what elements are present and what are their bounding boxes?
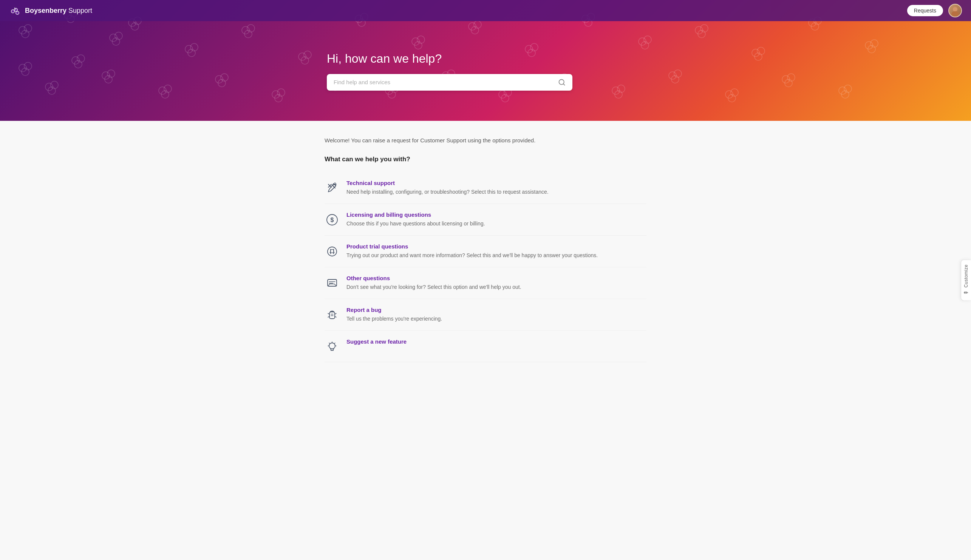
avatar-image (949, 5, 961, 17)
technical-support-title: Technical support (347, 180, 549, 186)
technical-support-text: Technical support Need help installing, … (347, 180, 549, 196)
report-bug-title: Report a bug (347, 307, 442, 313)
svg-point-3 (12, 10, 14, 13)
licensing-icon: $ (325, 212, 340, 227)
requests-button[interactable]: Requests (907, 5, 943, 16)
svg-point-8 (951, 11, 959, 17)
service-item-feature[interactable]: Suggest a new feature (325, 331, 646, 362)
suggest-feature-icon (325, 339, 340, 354)
licensing-desc: Choose this if you have questions about … (347, 220, 485, 228)
service-item-other[interactable]: Other questions Don't see what you're lo… (325, 267, 646, 299)
search-input[interactable] (334, 79, 558, 85)
svg-point-7 (953, 7, 958, 11)
header: Boysenberry Support Requests (0, 0, 971, 21)
avatar-placeholder (949, 4, 961, 17)
service-list: Technical support Need help installing, … (325, 172, 646, 362)
search-icon (558, 78, 566, 86)
main-content: Welcome! You can raise a request for Cus… (315, 121, 656, 392)
hero-title: Hi, how can we help? (327, 52, 584, 66)
service-item-bug[interactable]: Report a bug Tell us the problems you're… (325, 299, 646, 331)
service-item-licensing[interactable]: $ Licensing and billing questions Choose… (325, 204, 646, 236)
other-questions-text: Other questions Don't see what you're lo… (347, 275, 521, 291)
service-item-product-trial[interactable]: Product trial questions Trying out our p… (325, 236, 646, 267)
other-questions-title: Other questions (347, 275, 521, 281)
product-trial-text: Product trial questions Trying out our p… (347, 243, 598, 259)
avatar[interactable] (948, 4, 962, 17)
suggest-feature-title: Suggest a new feature (347, 338, 407, 345)
other-questions-desc: Don't see what you're looking for? Selec… (347, 283, 521, 291)
customize-pen-icon: ✏ (964, 290, 968, 296)
technical-support-icon (325, 180, 340, 196)
logo[interactable]: Boysenberry Support (9, 5, 92, 17)
product-trial-icon (325, 244, 340, 259)
customize-tab[interactable]: Customize ✏ (961, 259, 971, 301)
section-title: What can we help you with? (325, 155, 646, 163)
report-bug-desc: Tell us the problems you're experiencing… (347, 315, 442, 323)
svg-line-14 (563, 83, 565, 85)
service-item-technical-support[interactable]: Technical support Need help installing, … (325, 172, 646, 204)
search-bar (327, 74, 572, 91)
logo-icon (9, 5, 21, 17)
product-trial-title: Product trial questions (347, 243, 598, 250)
other-questions-icon (325, 276, 340, 291)
header-right: Requests (907, 4, 962, 17)
svg-point-5 (16, 12, 19, 14)
svg-point-17 (327, 247, 337, 256)
report-bug-icon (325, 307, 340, 322)
licensing-text: Licensing and billing questions Choose t… (347, 212, 485, 228)
customize-label: Customize (963, 264, 969, 287)
brand-name: Boysenberry Support (25, 7, 92, 15)
technical-support-desc: Need help installing, configuring, or tr… (347, 188, 549, 196)
search-button[interactable] (558, 78, 566, 86)
svg-text:$: $ (330, 217, 334, 223)
report-bug-text: Report a bug Tell us the problems you're… (347, 307, 442, 323)
svg-rect-19 (329, 312, 335, 319)
suggest-feature-text: Suggest a new feature (347, 338, 407, 347)
hero-content: Hi, how can we help? (327, 29, 584, 113)
welcome-text: Welcome! You can raise a request for Cus… (325, 136, 646, 145)
product-trial-desc: Trying out our product and want more inf… (347, 252, 598, 259)
licensing-title: Licensing and billing questions (347, 212, 485, 218)
